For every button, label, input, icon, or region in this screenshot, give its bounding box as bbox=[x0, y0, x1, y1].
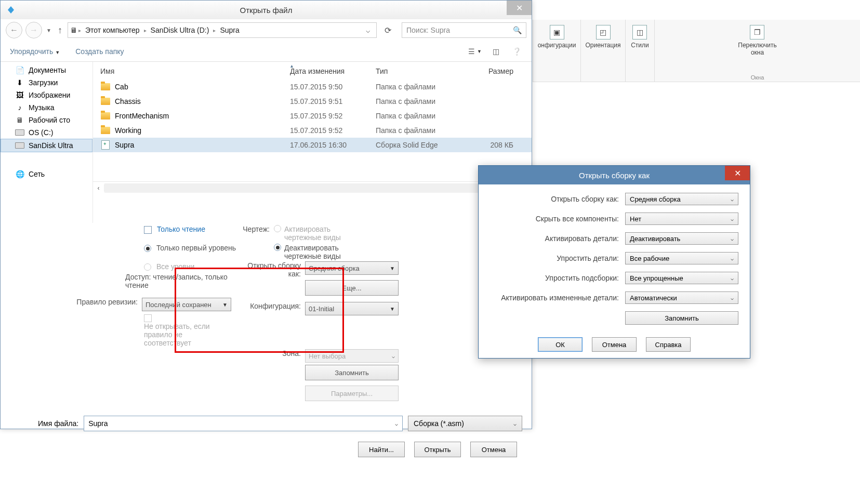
rev-rule-select[interactable]: Последний сохранен▼ bbox=[142, 298, 231, 311]
close-button[interactable]: ✕ bbox=[725, 166, 750, 180]
breadcrumb-item[interactable]: SanDisk Ultra (D:) bbox=[148, 26, 213, 34]
zone-label: Зона: bbox=[240, 349, 305, 357]
sidebar-item-music[interactable]: ♪Музыка bbox=[1, 101, 92, 114]
d2-activate-changed-select[interactable]: Автоматически⌵ bbox=[625, 291, 738, 304]
search-icon: 🔍 bbox=[513, 26, 522, 34]
sidebar-item-pictures[interactable]: 🖼Изображени bbox=[1, 89, 92, 101]
file-row[interactable]: Supra17.06.2015 16:30Сборка Solid Edge20… bbox=[93, 138, 532, 152]
deactivate-views-radio[interactable] bbox=[274, 244, 281, 251]
help-button[interactable]: ❔ bbox=[511, 46, 522, 57]
sidebar-item-drive-d[interactable]: SanDisk Ultra bbox=[1, 139, 92, 152]
chevron-down-icon: ⌵ bbox=[513, 421, 517, 427]
column-headers: Имя Дата изменения Тип Размер bbox=[93, 62, 532, 79]
search-input[interactable]: Поиск: Supra 🔍 bbox=[402, 22, 526, 38]
open-button[interactable]: Открыть bbox=[414, 442, 461, 457]
activate-views-radio[interactable] bbox=[274, 225, 281, 232]
chevron-down-icon: ⌵ bbox=[731, 196, 734, 202]
ribbon-orientation-label: Ориентация bbox=[585, 42, 620, 49]
file-filter-select[interactable]: Сборка (*.asm)⌵ bbox=[408, 416, 522, 431]
zone-select[interactable]: Нет выбора⌵ bbox=[305, 349, 399, 363]
chevron-down-icon: ⌵ bbox=[731, 295, 734, 301]
no-open-checkbox[interactable] bbox=[144, 314, 152, 322]
view-mode-button[interactable]: ☰▼ bbox=[469, 46, 481, 57]
ribbon-switch-windows-button[interactable]: ❐ Переключить окна bbox=[735, 23, 779, 58]
folder-icon bbox=[100, 111, 111, 121]
file-row[interactable]: FrontMechanism15.07.2015 9:52Папка с фай… bbox=[93, 109, 532, 123]
help-button[interactable]: Справка bbox=[646, 337, 691, 352]
breadcrumb-item[interactable]: Supra bbox=[217, 26, 242, 34]
music-icon: ♪ bbox=[15, 103, 24, 112]
open-asm-select[interactable]: Средняя сборка▼ bbox=[305, 261, 399, 275]
cancel-button[interactable]: Отмена bbox=[470, 442, 517, 457]
breadcrumb-item[interactable]: Этот компьютер bbox=[82, 26, 143, 34]
breadcrumb[interactable]: 🖥 ▸ Этот компьютер ▸ SanDisk Ultra (D:) … bbox=[68, 22, 377, 38]
forward-button[interactable]: → bbox=[25, 22, 42, 38]
params-button[interactable]: Параметры... bbox=[305, 386, 399, 401]
remember-button[interactable]: Запомнить bbox=[305, 365, 399, 380]
downloads-icon: ⬇ bbox=[15, 78, 24, 87]
d2-activate-select[interactable]: Деактивировать⌵ bbox=[625, 232, 738, 245]
history-dropdown[interactable]: ▼ bbox=[45, 28, 52, 33]
ribbon-styles-label: Стили bbox=[631, 42, 649, 49]
d2-activate-label: Активировать детали: bbox=[490, 234, 625, 243]
collapse-arrow-icon[interactable]: ‹ bbox=[93, 184, 104, 192]
dialog2-title: Открыть сборку как bbox=[579, 171, 650, 180]
readonly-checkbox[interactable] bbox=[144, 226, 152, 234]
all-levels-radio[interactable] bbox=[144, 263, 151, 271]
refresh-button[interactable]: ⟳ bbox=[380, 25, 395, 35]
ribbon-orientation-button[interactable]: ◰ Ориентация bbox=[582, 23, 624, 51]
horizontal-scrollbar[interactable] bbox=[104, 183, 532, 193]
filename-row: Имя файла: Supra⌵ Сборка (*.asm)⌵ bbox=[1, 407, 532, 440]
col-type[interactable]: Тип bbox=[376, 67, 461, 75]
col-date[interactable]: Дата изменения bbox=[290, 67, 376, 75]
more-button[interactable]: Еще... bbox=[305, 280, 399, 296]
file-row[interactable]: Working15.07.2015 9:52Папка с файлами bbox=[93, 123, 532, 138]
options-panel: Только чтение Чертеж: Активировать черте… bbox=[1, 223, 532, 407]
organize-button[interactable]: Упорядочить▼ bbox=[10, 47, 60, 56]
back-button[interactable]: ← bbox=[6, 22, 22, 38]
first-level-radio[interactable] bbox=[144, 245, 151, 252]
drive-icon bbox=[15, 128, 24, 137]
config-select[interactable]: 01-Initial▼ bbox=[305, 302, 399, 315]
d2-simplify-parts-select[interactable]: Все рабочие⌵ bbox=[625, 252, 738, 264]
find-button[interactable]: Найти... bbox=[358, 442, 405, 457]
dialog2-titlebar: Открыть сборку как ✕ bbox=[479, 166, 750, 184]
chevron-down-icon: ⌵ bbox=[731, 236, 734, 242]
sidebar-item-downloads[interactable]: ⬇Загрузки bbox=[1, 76, 92, 89]
sidebar-item-desktop[interactable]: 🖥Рабочий сто bbox=[1, 114, 92, 126]
chevron-down-icon: ⌵ bbox=[392, 353, 395, 359]
up-button[interactable]: ↑ bbox=[56, 25, 64, 36]
d2-hide-select[interactable]: Нет⌵ bbox=[625, 213, 738, 225]
ok-button[interactable]: ОК bbox=[538, 337, 583, 352]
chevron-down-icon: ▼ bbox=[390, 266, 395, 271]
documents-icon: 📄 bbox=[15, 65, 24, 75]
d2-open-asm-select[interactable]: Средняя сборка⌵ bbox=[625, 193, 738, 205]
dialog-buttons: Найти... Открыть Отмена bbox=[1, 440, 532, 465]
ribbon-styles-button[interactable]: ◫ Стили bbox=[628, 23, 652, 51]
breadcrumb-dropdown[interactable]: ⌵ bbox=[362, 26, 374, 34]
dialog2-body: Открыть сборку как:Средняя сборка⌵ Скрыт… bbox=[479, 184, 750, 358]
sidebar-item-drive-c[interactable]: OS (C:) bbox=[1, 126, 92, 139]
app-icon bbox=[4, 3, 18, 17]
new-folder-button[interactable]: Создать папку bbox=[75, 47, 124, 56]
d2-simplify-parts-label: Упростить детали: bbox=[490, 254, 625, 262]
file-row[interactable]: Chassis15.07.2015 9:51Папка с файлами bbox=[93, 94, 532, 109]
chevron-down-icon: ⌵ bbox=[731, 275, 734, 281]
ribbon-config-button[interactable]: ▣ онфигурации bbox=[535, 23, 579, 51]
sidebar: 📄Документы ⬇Загрузки 🖼Изображени ♪Музыка… bbox=[1, 62, 93, 223]
filename-input[interactable]: Supra⌵ bbox=[84, 416, 403, 431]
filename-label: Имя файла: bbox=[10, 419, 78, 428]
d2-remember-button[interactable]: Запомнить bbox=[625, 311, 738, 325]
pictures-icon: 🖼 bbox=[15, 90, 24, 100]
chevron-down-icon: ▼ bbox=[222, 302, 228, 308]
access-label: Доступ: чтение/запись, только чтение bbox=[125, 273, 229, 289]
preview-pane-button[interactable]: ◫ bbox=[490, 46, 501, 57]
close-button[interactable]: ✕ bbox=[507, 1, 532, 15]
cancel-button[interactable]: Отмена bbox=[592, 337, 637, 352]
col-size[interactable]: Размер bbox=[461, 67, 513, 75]
sidebar-item-network[interactable]: 🌐Сеть bbox=[1, 168, 92, 180]
sidebar-item-documents[interactable]: 📄Документы bbox=[1, 64, 92, 76]
chevron-right-icon: ▸ bbox=[144, 28, 147, 33]
file-row[interactable]: Cab15.07.2015 9:50Папка с файлами bbox=[93, 79, 532, 94]
d2-simplify-sub-select[interactable]: Все упрощенные⌵ bbox=[625, 272, 738, 284]
